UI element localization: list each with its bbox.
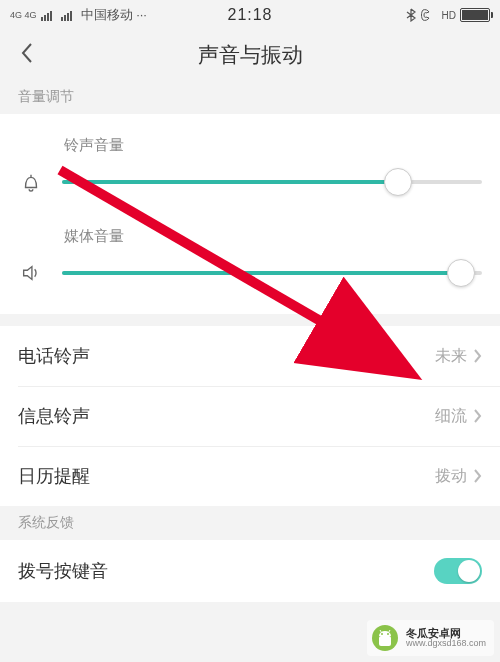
section-header-volume: 音量调节 xyxy=(0,80,500,114)
section-header-feedback: 系统反馈 xyxy=(0,506,500,540)
row-calendar[interactable]: 日历提醒 拨动 xyxy=(0,446,500,506)
row-msg-ringtone[interactable]: 信息铃声 细流 xyxy=(0,386,500,446)
hd-label: HD xyxy=(442,10,456,21)
svg-rect-4 xyxy=(61,17,63,21)
bluetooth-icon xyxy=(406,8,416,22)
battery-icon xyxy=(460,8,490,22)
svg-rect-2 xyxy=(47,13,49,21)
svg-rect-1 xyxy=(44,15,46,21)
row-label: 拨号按键音 xyxy=(18,559,108,583)
network-type: 4G 4G xyxy=(10,11,37,19)
svg-point-12 xyxy=(387,633,389,635)
feedback-list: 拨号按键音 xyxy=(0,540,500,602)
status-bar: 4G 4G 中国移动 ··· 21:18 HD xyxy=(0,0,500,30)
signal-icon-2 xyxy=(61,9,77,21)
svg-rect-3 xyxy=(50,11,52,21)
row-phone-ringtone[interactable]: 电话铃声 未来 xyxy=(0,326,500,386)
volte-icon xyxy=(420,8,438,22)
ring-volume-label: 铃声音量 xyxy=(64,136,482,155)
row-label: 信息铃声 xyxy=(18,404,90,428)
row-dial-tone: 拨号按键音 xyxy=(0,540,500,602)
watermark-url: www.dgxsd168.com xyxy=(406,639,486,649)
page-header: 声音与振动 xyxy=(0,30,500,80)
android-icon xyxy=(370,623,400,653)
status-left: 4G 4G 中国移动 ··· xyxy=(10,6,147,24)
media-volume-label: 媒体音量 xyxy=(64,227,482,246)
ring-volume-slider[interactable] xyxy=(62,180,482,184)
dial-tone-toggle[interactable] xyxy=(434,558,482,584)
status-time: 21:18 xyxy=(227,6,272,24)
row-label: 电话铃声 xyxy=(18,344,90,368)
page-title: 声音与振动 xyxy=(198,41,303,69)
svg-rect-5 xyxy=(64,15,66,21)
status-right: HD xyxy=(406,8,490,22)
watermark: 冬瓜安卓网 www.dgxsd168.com xyxy=(367,620,494,656)
svg-rect-0 xyxy=(41,17,43,21)
media-volume-slider[interactable] xyxy=(62,271,482,275)
row-label: 日历提醒 xyxy=(18,464,90,488)
speaker-icon xyxy=(18,262,44,284)
row-value: 拨动 xyxy=(435,466,467,487)
svg-rect-6 xyxy=(67,13,69,21)
carrier-name: 中国移动 ··· xyxy=(81,6,147,24)
svg-point-11 xyxy=(381,633,383,635)
row-value: 细流 xyxy=(435,406,467,427)
chevron-right-icon xyxy=(473,348,482,364)
signal-icon xyxy=(41,9,57,21)
volume-card: 铃声音量 媒体音量 xyxy=(0,114,500,314)
svg-rect-10 xyxy=(379,636,391,646)
back-button[interactable] xyxy=(14,36,40,74)
row-value: 未来 xyxy=(435,346,467,367)
media-volume-block: 媒体音量 xyxy=(18,227,482,284)
ringtone-list: 电话铃声 未来 信息铃声 细流 日历提醒 拨动 xyxy=(0,326,500,506)
chevron-right-icon xyxy=(473,408,482,424)
svg-rect-7 xyxy=(70,11,72,21)
ring-volume-block: 铃声音量 xyxy=(18,136,482,193)
chevron-left-icon xyxy=(20,42,34,64)
chevron-right-icon xyxy=(473,468,482,484)
bell-icon xyxy=(18,171,44,193)
